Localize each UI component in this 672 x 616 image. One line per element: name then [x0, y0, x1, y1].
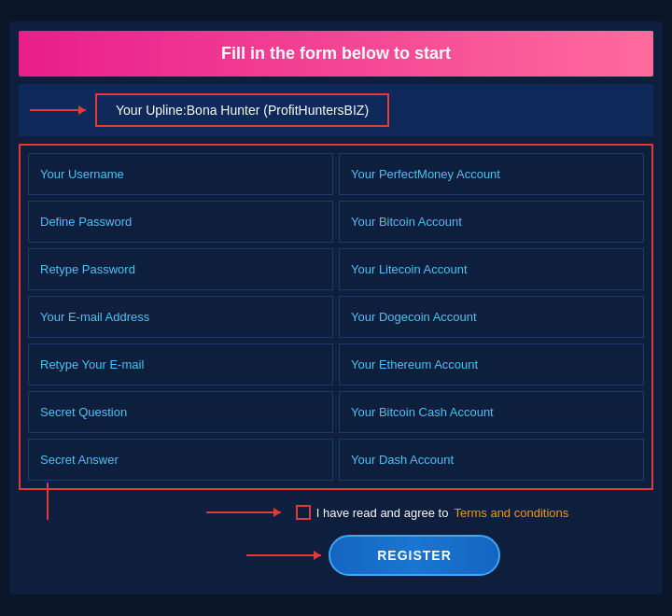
upline-bar: Your Upline:Bona Hunter (ProfitHuntersBI… — [19, 84, 653, 136]
terms-content: I have read and agree to Terms and condi… — [296, 505, 569, 520]
header-banner: Fill in the form below to start — [19, 31, 653, 77]
litecoin-field[interactable] — [339, 248, 644, 290]
terms-checkbox[interactable] — [296, 505, 311, 520]
terms-arrow-icon — [206, 511, 281, 513]
retype-email-field[interactable] — [28, 343, 333, 385]
perfect-money-field[interactable] — [339, 153, 644, 195]
bitcoin-cash-field[interactable] — [339, 391, 644, 433]
secret-answer-field[interactable] — [28, 439, 333, 481]
email-field[interactable] — [28, 296, 333, 338]
upline-box: Your Upline:Bona Hunter (ProfitHuntersBI… — [95, 93, 389, 127]
terms-label: I have read and agree to — [316, 506, 449, 520]
register-button[interactable]: REGISTER — [329, 535, 500, 576]
terms-link[interactable]: Terms and conditions — [454, 506, 568, 520]
register-arrow-icon — [246, 554, 321, 556]
ethereum-field[interactable] — [339, 343, 644, 385]
upline-text: Your Upline:Bona Hunter (ProfitHuntersBI… — [116, 103, 369, 118]
register-row: REGISTER — [19, 535, 653, 576]
bitcoin-field[interactable] — [339, 201, 644, 243]
username-field[interactable] — [28, 153, 333, 195]
password-field[interactable] — [28, 201, 333, 243]
arrow-right-icon — [30, 109, 86, 111]
vertical-line-icon — [47, 483, 49, 520]
secret-question-field[interactable] — [28, 391, 333, 433]
page-container: Fill in the form below to start Your Upl… — [9, 21, 663, 595]
terms-row: I have read and agree to Terms and condi… — [19, 505, 653, 520]
retype-password-field[interactable] — [28, 248, 333, 290]
banner-text: Fill in the form below to start — [221, 44, 451, 63]
dash-field[interactable] — [339, 439, 644, 481]
registration-form — [19, 144, 653, 490]
dogecoin-field[interactable] — [339, 296, 644, 338]
